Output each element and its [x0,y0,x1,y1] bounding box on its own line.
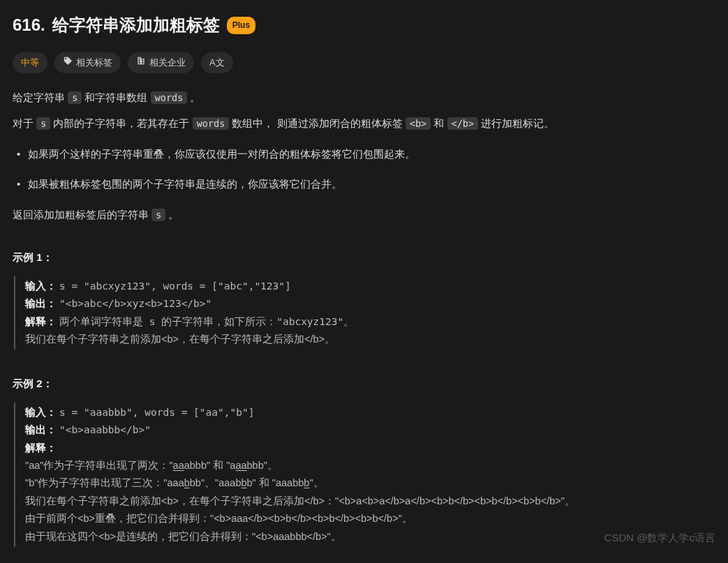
text: abbb" 和 "a [184,460,236,471]
text: "aa"作为子字符串出现了两次：" [25,460,173,471]
text: 内部的子字符串，若其存在于 [53,117,192,129]
example2-explain: 解释： [25,440,715,457]
plus-badge: Plus [227,17,255,33]
example2-title: 示例 2： [13,375,715,393]
code-b-close: </b> [447,117,479,130]
text: 进行加粗标记。 [481,117,554,129]
rule-list: 如果两个这样的子字符串重叠，你应该仅使用一对闭合的粗体标签将它们包围起来。 如果… [15,145,715,193]
tags-label: 相关标签 [76,55,112,70]
example1-explain-2: 我们在每个子字符串之前添加<b>，在每个子字符串之后添加</b>。 [25,331,715,348]
problem-title: 给字符串添加加粗标签 [52,11,220,40]
difficulty-label: 中等 [21,55,39,70]
underline-span: aa [173,460,184,471]
underline-span: aa [235,460,246,471]
text: 数组中， 则通过添加闭合的粗体标签 [232,117,405,129]
example1-input: 输入： s = "abcxyz123", words = ["abc","123… [25,278,715,295]
text: "b"作为子字符串出现了三次："aaa [25,477,184,488]
desc-p2: 对于 s 内部的子字符串，若其存在于 words 数组中， 则通过添加闭合的粗体… [13,114,715,133]
difficulty-chip[interactable]: 中等 [13,52,47,73]
code-s: s [36,117,50,130]
input-label: 输入： [25,407,57,418]
desc-p1: 给定字符串 s 和字符串数组 words 。 [13,89,715,107]
chip-row: 中等 相关标签 相关企业 A文 [13,52,715,73]
companies-chip[interactable]: 相关企业 [128,52,194,73]
building-icon [136,55,146,70]
example2-e1: "aa"作为子字符串出现了两次："aaabbb" 和 "aaabbb"。 [25,457,715,474]
output-value: "<b>aaabbb</b>" [59,424,151,435]
example2-output: 输出： "<b>aaabbb</b>" [25,421,715,439]
companies-label: 相关企业 [149,55,186,70]
output-label: 输出： [25,298,57,309]
text: 对于 [13,117,36,129]
example2-e4: 由于前两个<b>重叠，把它们合并得到："<b>aaa</b><b>b</b><b… [25,510,715,527]
text: b" 和 "aaabb [247,477,304,488]
code-b-open: <b> [406,117,431,130]
text: 给定字符串 [13,91,68,103]
text: bbb"。 [247,460,278,471]
explain-label: 解释： [25,316,57,327]
code-words: words [193,117,230,130]
code-words: words [151,91,188,104]
code-s: s [68,91,82,104]
example2-e3: 我们在每个子字符串之前添加<b>，在每个子字符串之后添加</b>："<b>a<b… [25,493,715,510]
example1-title: 示例 1： [13,248,715,267]
rule-item-2: 如果被粗体标签包围的两个子字符串是连续的，你应该将它们合并。 [15,175,715,193]
input-value: s = "aaabbb", words = ["aa","b"] [59,407,254,418]
output-label: 输出： [25,424,57,435]
example1-explain: 解释： 两个单词字符串是 s 的子字符串，如下所示："abcxyz123"。 [25,313,715,331]
underline-span: b [241,477,246,488]
code-s: s [151,209,165,221]
tags-chip[interactable]: 相关标签 [54,52,121,73]
text: bb"、"aaab [190,477,242,488]
translate-icon: A文 [209,55,225,70]
desc-p3: 返回添加加粗标签后的字符串 s 。 [13,206,715,224]
example2-e5: 由于现在这四个<b>是连续的，把它们合并得到："<b>aaabbb</b>"。 [25,528,715,546]
text: 和字符串数组 [84,91,150,103]
example2-block: 输入： s = "aaabbb", words = ["aa","b"] 输出：… [14,403,715,547]
example1-block: 输入： s = "abcxyz123", words = ["abc","123… [14,276,715,350]
example2-e2: "b"作为子字符串出现了三次："aaabbb"、"aaabbb" 和 "aaab… [25,474,715,492]
problem-number: 616. [13,11,45,40]
translate-chip[interactable]: A文 [201,52,233,73]
text: 。 [190,91,200,103]
output-value: "<b>abc</b>xyz<b>123</b>" [59,298,211,309]
input-value: s = "abcxyz123", words = ["abc","123"] [59,280,291,292]
text: 和 [433,117,447,129]
explain-text: 两个单词字符串是 s 的子字符串，如下所示："abcxyz123"。 [59,316,354,327]
input-label: 输入： [25,280,57,292]
underline-span: b [184,477,190,488]
example1-output: 输出： "<b>abc</b>xyz<b>123</b>" [25,295,715,313]
text: "。 [309,477,323,488]
rule-item-1: 如果两个这样的子字符串重叠，你应该仅使用一对闭合的粗体标签将它们包围起来。 [15,145,715,163]
tag-icon [63,55,73,70]
explain-label: 解释： [25,442,57,453]
text: 返回添加加粗标签后的字符串 [13,209,151,220]
text: 。 [168,209,179,220]
example2-input: 输入： s = "aaabbb", words = ["aa","b"] [25,404,715,421]
title-row: 616. 给字符串添加加粗标签 Plus [13,11,715,40]
